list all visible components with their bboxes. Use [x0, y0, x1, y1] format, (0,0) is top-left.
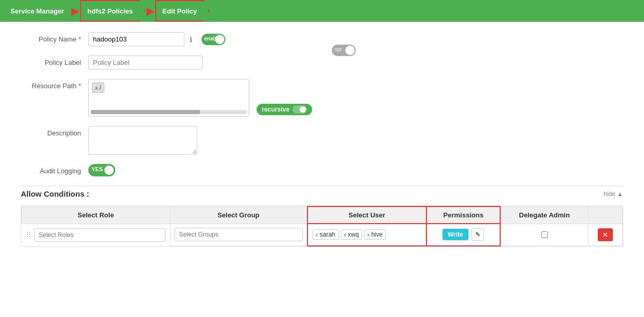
- main-content: Policy Name * ℹ enabled: [0, 22, 644, 317]
- tag-remove-icon[interactable]: x: [95, 85, 98, 91]
- policy-name-label: Policy Name *: [21, 32, 88, 43]
- info-icon[interactable]: ℹ: [190, 35, 192, 44]
- user-tag-hive-label: hive: [371, 231, 383, 238]
- drag-handle-icon[interactable]: ⠿: [26, 231, 31, 239]
- audit-logging-label: Audit Logging: [21, 164, 88, 175]
- delete-cell: ✕: [588, 224, 623, 246]
- policy-label-row: Policy Label: [21, 56, 623, 70]
- description-textarea[interactable]: [88, 126, 197, 155]
- resource-path-tag: x /: [92, 82, 104, 93]
- conditions-table-wrap: Select Role Select Group Select User Per…: [21, 205, 623, 247]
- nav-bar: Service Manager ▶ hdfs2 Policies ▶ Edit …: [0, 0, 644, 22]
- user-tag-sarah-label: sarah: [320, 231, 336, 238]
- user-tag-hive-remove[interactable]: x: [367, 232, 370, 238]
- user-tag-hive: x hive: [364, 229, 386, 240]
- policy-name-row: Policy Name * ℹ enabled: [21, 32, 623, 46]
- delegate-admin-checkbox[interactable]: [541, 231, 548, 238]
- table-row: ⠿ x sarah x: [22, 224, 623, 246]
- conditions-table: Select Role Select Group Select User Per…: [21, 206, 623, 246]
- audit-toggle-wrap: YES: [88, 164, 115, 176]
- policy-label-input[interactable]: [88, 56, 203, 70]
- breadcrumb-hdfs2[interactable]: hdfs2 Policies: [80, 0, 145, 22]
- nor-label: nor: [334, 47, 342, 52]
- col-header-permissions: Permissions: [426, 206, 500, 224]
- select-roles-input[interactable]: [34, 228, 166, 242]
- select-group-cell: [170, 224, 307, 246]
- chevron-icon-1: ▶: [71, 6, 79, 16]
- permissions-cell: Write ✎: [426, 224, 500, 246]
- edit-permissions-button[interactable]: ✎: [472, 228, 484, 241]
- hide-link[interactable]: hide ▲: [603, 190, 623, 198]
- enabled-toggle[interactable]: enabled: [202, 34, 225, 45]
- brand-label[interactable]: Service Manager: [4, 0, 70, 22]
- scroll-bar[interactable]: [91, 110, 247, 114]
- col-header-select-group: Select Group: [170, 206, 307, 224]
- select-groups-input[interactable]: [175, 228, 303, 241]
- resource-path-container[interactable]: x /: [88, 79, 249, 117]
- policy-label-label: Policy Label: [21, 56, 88, 66]
- user-tag-xwq-label: xwq: [348, 231, 359, 238]
- allow-conditions-title: Allow Conditions :: [21, 189, 89, 198]
- description-label: Description: [21, 126, 88, 137]
- allow-conditions-header: Allow Conditions : hide ▲: [21, 186, 623, 198]
- audit-logging-row: Audit Logging YES: [21, 164, 623, 176]
- audit-yes-label: YES: [91, 166, 103, 172]
- resource-path-row: Resource Path * x / recursive: [21, 79, 623, 117]
- drag-and-role-cell: ⠿: [22, 224, 170, 246]
- delete-icon: ✕: [602, 231, 608, 239]
- user-tag-sarah: x sarah: [313, 229, 339, 240]
- required-marker: *: [78, 35, 81, 43]
- resource-required-marker: *: [78, 82, 81, 90]
- edit-icon: ✎: [475, 231, 480, 238]
- description-row: Description: [21, 126, 623, 155]
- enabled-label: enabled: [204, 36, 224, 42]
- col-header-action: [588, 206, 623, 224]
- delete-row-button[interactable]: ✕: [598, 228, 613, 241]
- write-button[interactable]: Write: [442, 229, 468, 240]
- col-header-delegate-admin: Delegate Admin: [500, 206, 588, 224]
- user-tag-xwq-remove[interactable]: x: [344, 232, 346, 238]
- chevron-icon-2: ▶: [146, 6, 154, 16]
- recursive-toggle-wrap[interactable]: recursive: [257, 104, 312, 115]
- breadcrumb-edit-policy[interactable]: Edit Policy: [155, 0, 209, 22]
- user-tag-xwq: x xwq: [341, 229, 362, 240]
- delegate-admin-cell: [500, 224, 588, 246]
- policy-name-input[interactable]: [88, 32, 184, 46]
- enabled-toggle-wrap: enabled: [202, 34, 225, 45]
- user-tag-sarah-remove[interactable]: x: [316, 232, 318, 238]
- nor-toggle[interactable]: nor: [332, 45, 356, 56]
- col-header-select-role: Select Role: [22, 206, 170, 224]
- audit-toggle[interactable]: YES: [88, 164, 115, 176]
- recursive-label: recursive: [262, 106, 289, 113]
- col-header-select-user: Select User: [307, 206, 427, 224]
- select-user-cell: x sarah x xwq x hive: [307, 224, 427, 246]
- tag-value: /: [100, 84, 101, 91]
- resource-path-label: Resource Path *: [21, 79, 88, 90]
